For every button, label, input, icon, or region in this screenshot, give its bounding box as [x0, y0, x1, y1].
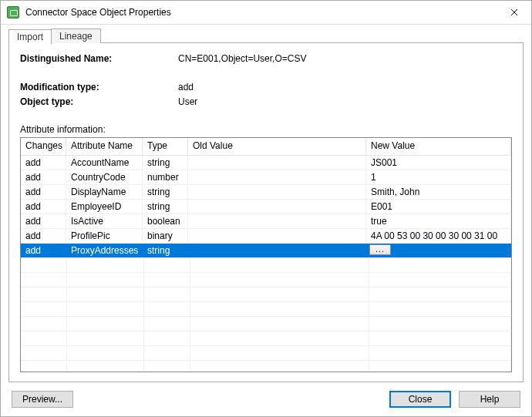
- cell-type: string: [143, 200, 188, 214]
- table-row[interactable]: addProfilePicbinary4A 00 53 00 30 00 30 …: [21, 229, 511, 244]
- cell-old-value: [188, 229, 366, 243]
- cell-new-value: 4A 00 53 00 30 00 30 00 31 00: [366, 229, 511, 243]
- col-type[interactable]: Type: [143, 138, 188, 155]
- table-row[interactable]: addCountryCodenumber1: [21, 170, 511, 185]
- obj-type-value: User: [178, 96, 512, 109]
- tab-import[interactable]: Import: [8, 29, 52, 44]
- cell-type: string: [143, 156, 188, 170]
- table-row[interactable]: addProxyAddressesstring...: [21, 244, 511, 258]
- app-icon: [7, 6, 19, 18]
- empty-row: [21, 288, 511, 302]
- empty-row: [21, 273, 511, 288]
- preview-button[interactable]: Preview...: [12, 391, 73, 408]
- cell-attribute-name: DisplayName: [66, 185, 143, 199]
- table-row[interactable]: addAccountNamestringJS001: [21, 156, 511, 170]
- close-icon: [510, 8, 518, 16]
- cell-changes: add: [21, 229, 66, 243]
- empty-row: [21, 317, 511, 331]
- empty-row: [21, 302, 511, 317]
- window-frame: Connector Space Object Properties Import…: [0, 0, 532, 417]
- cell-changes: add: [21, 156, 66, 170]
- mod-type-value: add: [178, 81, 512, 94]
- tab-lineage[interactable]: Lineage: [51, 29, 101, 43]
- mod-type-label: Modification type:: [20, 81, 178, 94]
- dn-label: Distinguished Name:: [20, 52, 178, 66]
- table-row[interactable]: addDisplayNamestringSmith, John: [21, 185, 511, 200]
- titlebar: Connector Space Object Properties: [1, 1, 531, 25]
- button-bar: Preview... Close Help: [1, 382, 531, 416]
- empty-row: [21, 331, 511, 346]
- cell-old-value: [188, 200, 366, 214]
- cell-attribute-name: IsActive: [66, 214, 143, 228]
- cell-new-value: true: [366, 214, 511, 228]
- cell-type: string: [143, 244, 188, 257]
- window-close-button[interactable]: [497, 1, 531, 24]
- attribute-grid[interactable]: Changes Attribute Name Type Old Value Ne…: [20, 137, 512, 372]
- cell-new-value: Smith, John: [366, 185, 511, 199]
- empty-row: [21, 258, 511, 273]
- value-detail-button[interactable]: ...: [369, 244, 391, 255]
- cell-type: binary: [143, 229, 188, 243]
- col-attribute-name[interactable]: Attribute Name: [66, 138, 143, 155]
- cell-type: boolean: [143, 214, 188, 228]
- tab-panel-import: Distinguished Name: CN=E001,Object=User,…: [8, 42, 524, 382]
- cell-attribute-name: EmployeeID: [66, 200, 143, 214]
- empty-row: [21, 346, 511, 361]
- cell-type: number: [143, 170, 188, 184]
- cell-changes: add: [21, 244, 66, 257]
- col-new-value[interactable]: New Value: [366, 138, 511, 155]
- cell-new-value: E001: [366, 200, 511, 214]
- window-title: Connector Space Object Properties: [25, 7, 497, 18]
- obj-type-label: Object type:: [20, 96, 178, 109]
- cell-changes: add: [21, 185, 66, 199]
- cell-type: string: [143, 185, 188, 199]
- cell-attribute-name: ProxyAddresses: [66, 244, 143, 257]
- table-row[interactable]: addEmployeeIDstringE001: [21, 200, 511, 214]
- col-changes[interactable]: Changes: [21, 138, 66, 155]
- empty-row: [21, 361, 511, 372]
- cell-attribute-name: CountryCode: [66, 170, 143, 184]
- cell-old-value: [188, 156, 366, 170]
- cell-new-value: JS001: [366, 156, 511, 170]
- grid-body: addAccountNamestringJS001addCountryCoden…: [21, 156, 511, 372]
- cell-old-value: [188, 244, 366, 257]
- cell-changes: add: [21, 214, 66, 228]
- cell-attribute-name: AccountName: [66, 156, 143, 170]
- cell-old-value: [188, 170, 366, 184]
- attribute-info-label: Attribute information:: [20, 124, 512, 135]
- close-button[interactable]: Close: [389, 391, 451, 408]
- table-row[interactable]: addIsActivebooleantrue: [21, 214, 511, 229]
- cell-new-value: ...: [366, 244, 511, 257]
- cell-old-value: [188, 214, 366, 228]
- cell-changes: add: [21, 170, 66, 184]
- cell-new-value: 1: [366, 170, 511, 184]
- cell-changes: add: [21, 200, 66, 214]
- cell-old-value: [188, 185, 366, 199]
- col-old-value[interactable]: Old Value: [188, 138, 366, 155]
- help-button[interactable]: Help: [459, 391, 520, 408]
- cell-attribute-name: ProfilePic: [66, 229, 143, 243]
- dn-value: CN=E001,Object=User,O=CSV: [178, 52, 512, 66]
- tabstrip: Import Lineage: [8, 28, 524, 43]
- grid-header: Changes Attribute Name Type Old Value Ne…: [21, 138, 511, 156]
- window-body: Import Lineage Distinguished Name: CN=E0…: [1, 25, 531, 382]
